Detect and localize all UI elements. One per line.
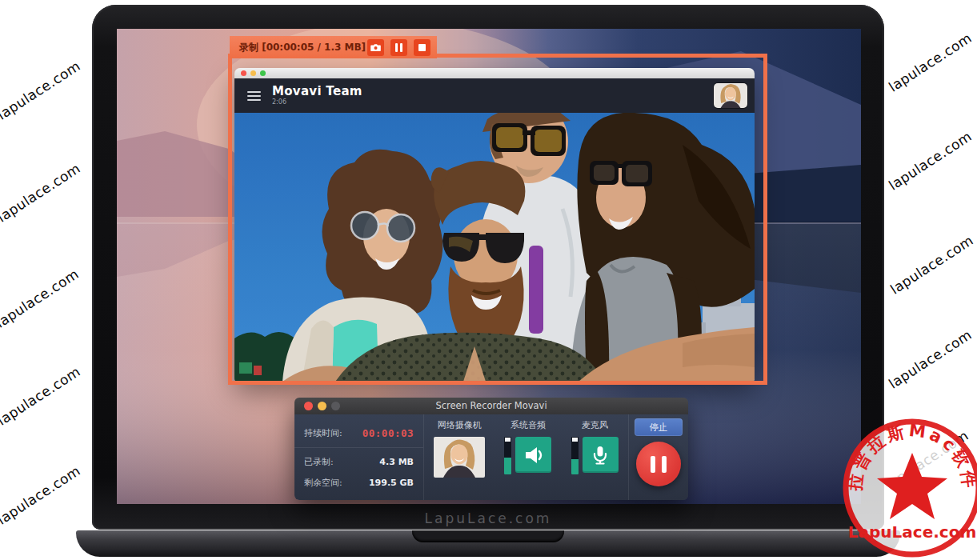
screen-recorder-panel: Screen Recorder Movavi 持续时间: 00:00:03 已录… bbox=[294, 398, 688, 500]
call-duration: 2:06 bbox=[272, 99, 362, 106]
recorded-size-value: 4.3 MB bbox=[379, 457, 414, 467]
speaker-icon bbox=[524, 446, 543, 464]
zoom-button[interactable] bbox=[260, 70, 266, 76]
webcam-woman-image bbox=[434, 437, 485, 478]
system-audio-device: 系统音频 bbox=[504, 419, 551, 500]
system-audio-toggle-button[interactable] bbox=[515, 437, 551, 473]
device-section: 网络摄像机 系统音频 bbox=[424, 414, 628, 500]
watermark-text: lapulace.com bbox=[0, 261, 89, 331]
recording-status-text: 录制 [00:00:05 / 1.3 MB] bbox=[239, 41, 366, 54]
pause-button[interactable] bbox=[636, 442, 681, 486]
pause-icon bbox=[651, 456, 655, 473]
webcam-preview bbox=[434, 437, 485, 478]
video-window-header: Movavi Team 2:06 bbox=[234, 78, 755, 113]
panel-titlebar: Screen Recorder Movavi bbox=[294, 398, 688, 414]
webcam-label: 网络摄像机 bbox=[438, 419, 482, 431]
video-call-window: Movavi Team 2:06 bbox=[234, 68, 755, 382]
stop-icon bbox=[418, 44, 426, 51]
watermark-text: lapulace.com bbox=[0, 358, 90, 429]
panel-body: 持续时间: 00:00:03 已录制: 4.3 MB 剩余空间: 199.5 G… bbox=[294, 414, 688, 500]
microphone-toggle-button[interactable] bbox=[583, 437, 619, 473]
watermark-text: lapulace.com bbox=[0, 155, 90, 226]
watermark-text: lapulace.com bbox=[887, 227, 977, 298]
stop-recording-button[interactable] bbox=[414, 39, 430, 56]
microphone-level-meter bbox=[571, 437, 579, 474]
free-space-row: 剩余空间: 199.5 GB bbox=[304, 472, 414, 493]
pause-recording-button[interactable] bbox=[390, 39, 407, 56]
group-selfie-photo bbox=[234, 113, 755, 382]
recording-toolbar: 录制 [00:00:05 / 1.3 MB] bbox=[230, 36, 437, 58]
laptop-base bbox=[76, 530, 900, 557]
duration-value: 00:00:03 bbox=[362, 427, 414, 439]
duration-row: 持续时间: 00:00:03 bbox=[304, 420, 414, 446]
laptop-lid-notch bbox=[412, 530, 564, 542]
stop-button[interactable]: 停止 bbox=[635, 418, 683, 436]
screenshot-button[interactable] bbox=[367, 39, 384, 56]
bezel-brand-text: LapuLace.com bbox=[92, 510, 884, 526]
watermark-text: lapulace.com bbox=[0, 53, 90, 123]
close-button[interactable] bbox=[241, 70, 246, 76]
recorded-size-row: 已录制: 4.3 MB bbox=[304, 451, 414, 472]
system-audio-label: 系统音频 bbox=[511, 419, 546, 431]
pause-icon bbox=[395, 43, 402, 52]
video-window-titlebar bbox=[234, 68, 755, 78]
duration-label: 持续时间: bbox=[304, 427, 342, 439]
menu-icon[interactable] bbox=[247, 89, 261, 103]
microphone-device: 麦克风 bbox=[571, 419, 619, 500]
stamp-site-text: LapuLace.com bbox=[848, 522, 977, 542]
system-audio-level-meter bbox=[504, 437, 511, 474]
minimize-button[interactable] bbox=[250, 70, 256, 76]
camera-icon bbox=[370, 43, 381, 52]
webcam-woman-image bbox=[714, 83, 747, 108]
recording-controls: 停止 bbox=[629, 414, 688, 500]
self-view-thumbnail bbox=[714, 83, 747, 108]
call-title: Movavi Team bbox=[272, 85, 362, 98]
page: lapulace.com lapulace.com lapulace.com l… bbox=[0, 0, 977, 560]
site-stamp: 拉普拉斯Mac软件 LapuLace.com bbox=[832, 411, 977, 560]
panel-title: Screen Recorder Movavi bbox=[294, 398, 688, 414]
divider bbox=[294, 447, 423, 448]
watermark-text: lapulace.com bbox=[886, 322, 977, 392]
microphone-label: 麦克风 bbox=[582, 419, 608, 431]
recorded-size-label: 已录制: bbox=[304, 456, 334, 468]
watermark-text: lapulace.com bbox=[886, 25, 977, 95]
free-space-label: 剩余空间: bbox=[304, 477, 342, 489]
watermark-text: lapulace.com bbox=[886, 123, 977, 194]
microphone-icon bbox=[592, 446, 608, 465]
watermark-text: lapulace.com bbox=[0, 458, 90, 528]
free-space-value: 199.5 GB bbox=[369, 478, 414, 488]
webcam-device: 网络摄像机 bbox=[434, 419, 485, 500]
recording-stats: 持续时间: 00:00:03 已录制: 4.3 MB 剩余空间: 199.5 G… bbox=[294, 414, 423, 500]
